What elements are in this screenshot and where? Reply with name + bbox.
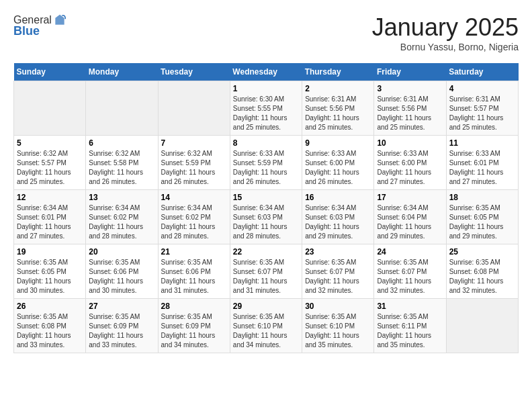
day-info: Sunrise: 6:31 AM Sunset: 5:56 PM Dayligh… <box>377 95 443 132</box>
weekday-header-thursday: Thursday <box>302 63 374 81</box>
calendar-cell <box>14 81 86 136</box>
calendar-cell: 27Sunrise: 6:35 AM Sunset: 6:09 PM Dayli… <box>86 299 158 353</box>
day-info: Sunrise: 6:33 AM Sunset: 5:59 PM Dayligh… <box>233 149 299 187</box>
calendar-cell: 15Sunrise: 6:34 AM Sunset: 6:03 PM Dayli… <box>230 190 302 244</box>
calendar-cell <box>446 299 518 353</box>
day-number: 3 <box>377 84 443 93</box>
day-number: 14 <box>161 193 227 202</box>
calendar-week-3: 12Sunrise: 6:34 AM Sunset: 6:01 PM Dayli… <box>14 190 519 244</box>
calendar-cell <box>158 81 230 136</box>
day-number: 20 <box>89 247 154 257</box>
day-number: 31 <box>377 302 443 311</box>
day-info: Sunrise: 6:35 AM Sunset: 6:11 PM Dayligh… <box>377 312 443 350</box>
day-info: Sunrise: 6:35 AM Sunset: 6:05 PM Dayligh… <box>17 258 83 295</box>
day-number: 18 <box>449 193 515 202</box>
location: Bornu Yassu, Borno, Nigeria <box>372 42 519 52</box>
calendar-cell: 18Sunrise: 6:35 AM Sunset: 6:05 PM Dayli… <box>446 190 518 244</box>
day-info: Sunrise: 6:32 AM Sunset: 5:58 PM Dayligh… <box>89 149 154 187</box>
day-info: Sunrise: 6:35 AM Sunset: 6:07 PM Dayligh… <box>377 258 443 295</box>
calendar-week-2: 5Sunrise: 6:32 AM Sunset: 5:57 PM Daylig… <box>14 136 519 190</box>
weekday-header-tuesday: Tuesday <box>158 63 230 81</box>
calendar-cell: 26Sunrise: 6:35 AM Sunset: 6:08 PM Dayli… <box>14 299 86 353</box>
day-info: Sunrise: 6:31 AM Sunset: 5:56 PM Dayligh… <box>305 95 371 132</box>
day-info: Sunrise: 6:35 AM Sunset: 6:08 PM Dayligh… <box>17 312 83 350</box>
day-number: 25 <box>449 247 515 257</box>
calendar-cell: 1Sunrise: 6:30 AM Sunset: 5:55 PM Daylig… <box>230 81 302 136</box>
calendar-cell: 30Sunrise: 6:35 AM Sunset: 6:10 PM Dayli… <box>302 299 374 353</box>
day-number: 7 <box>161 138 227 148</box>
calendar-header: SundayMondayTuesdayWednesdayThursdayFrid… <box>14 63 519 81</box>
calendar-cell: 29Sunrise: 6:35 AM Sunset: 6:10 PM Dayli… <box>230 299 302 353</box>
calendar-cell: 31Sunrise: 6:35 AM Sunset: 6:11 PM Dayli… <box>374 299 446 353</box>
day-number: 29 <box>233 302 299 311</box>
day-number: 22 <box>233 247 299 257</box>
calendar-cell: 4Sunrise: 6:31 AM Sunset: 5:57 PM Daylig… <box>446 81 518 136</box>
calendar-cell: 10Sunrise: 6:33 AM Sunset: 6:00 PM Dayli… <box>374 136 446 190</box>
calendar-cell: 6Sunrise: 6:32 AM Sunset: 5:58 PM Daylig… <box>86 136 158 190</box>
calendar-cell: 22Sunrise: 6:35 AM Sunset: 6:07 PM Dayli… <box>230 244 302 299</box>
day-info: Sunrise: 6:35 AM Sunset: 6:08 PM Dayligh… <box>449 258 515 295</box>
day-info: Sunrise: 6:30 AM Sunset: 5:55 PM Dayligh… <box>233 95 299 132</box>
day-number: 13 <box>89 193 154 202</box>
calendar-cell: 20Sunrise: 6:35 AM Sunset: 6:06 PM Dayli… <box>86 244 158 299</box>
calendar-week-4: 19Sunrise: 6:35 AM Sunset: 6:05 PM Dayli… <box>14 244 519 299</box>
day-info: Sunrise: 6:34 AM Sunset: 6:02 PM Dayligh… <box>161 203 227 241</box>
calendar-cell: 19Sunrise: 6:35 AM Sunset: 6:05 PM Dayli… <box>14 244 86 299</box>
page-header: General Blue January 2025 Bornu Yassu, B… <box>13 13 519 52</box>
day-number: 6 <box>89 138 154 148</box>
day-number: 10 <box>377 138 443 148</box>
day-number: 30 <box>305 302 371 311</box>
calendar-cell: 5Sunrise: 6:32 AM Sunset: 5:57 PM Daylig… <box>14 136 86 190</box>
logo: General Blue <box>13 13 66 38</box>
day-info: Sunrise: 6:34 AM Sunset: 6:04 PM Dayligh… <box>377 203 443 241</box>
day-number: 26 <box>17 302 83 311</box>
calendar-cell: 13Sunrise: 6:34 AM Sunset: 6:02 PM Dayli… <box>86 190 158 244</box>
calendar-cell: 8Sunrise: 6:33 AM Sunset: 5:59 PM Daylig… <box>230 136 302 190</box>
calendar-cell: 7Sunrise: 6:32 AM Sunset: 5:59 PM Daylig… <box>158 136 230 190</box>
day-number: 17 <box>377 193 443 202</box>
day-info: Sunrise: 6:33 AM Sunset: 6:01 PM Dayligh… <box>449 149 515 187</box>
calendar-cell: 17Sunrise: 6:34 AM Sunset: 6:04 PM Dayli… <box>374 190 446 244</box>
day-number: 27 <box>89 302 154 311</box>
day-number: 1 <box>233 84 299 93</box>
calendar-cell: 14Sunrise: 6:34 AM Sunset: 6:02 PM Dayli… <box>158 190 230 244</box>
weekday-header-friday: Friday <box>374 63 446 81</box>
day-number: 21 <box>161 247 227 257</box>
calendar-cell: 2Sunrise: 6:31 AM Sunset: 5:56 PM Daylig… <box>302 81 374 136</box>
day-info: Sunrise: 6:34 AM Sunset: 6:01 PM Dayligh… <box>17 203 83 241</box>
day-info: Sunrise: 6:34 AM Sunset: 6:02 PM Dayligh… <box>89 203 154 241</box>
weekday-header-wednesday: Wednesday <box>230 63 302 81</box>
calendar-cell: 25Sunrise: 6:35 AM Sunset: 6:08 PM Dayli… <box>446 244 518 299</box>
day-info: Sunrise: 6:32 AM Sunset: 5:59 PM Dayligh… <box>161 149 227 187</box>
day-info: Sunrise: 6:35 AM Sunset: 6:09 PM Dayligh… <box>89 312 154 350</box>
day-info: Sunrise: 6:35 AM Sunset: 6:06 PM Dayligh… <box>89 258 154 295</box>
day-info: Sunrise: 6:33 AM Sunset: 6:00 PM Dayligh… <box>377 149 443 187</box>
day-info: Sunrise: 6:33 AM Sunset: 6:00 PM Dayligh… <box>305 149 371 187</box>
day-number: 8 <box>233 138 299 148</box>
calendar-cell: 3Sunrise: 6:31 AM Sunset: 5:56 PM Daylig… <box>374 81 446 136</box>
calendar-cell: 11Sunrise: 6:33 AM Sunset: 6:01 PM Dayli… <box>446 136 518 190</box>
day-number: 23 <box>305 247 371 257</box>
day-number: 4 <box>449 84 515 93</box>
calendar-cell: 16Sunrise: 6:34 AM Sunset: 6:03 PM Dayli… <box>302 190 374 244</box>
weekday-header-monday: Monday <box>86 63 158 81</box>
day-info: Sunrise: 6:32 AM Sunset: 5:57 PM Dayligh… <box>17 149 83 187</box>
day-number: 28 <box>161 302 227 311</box>
calendar-cell: 9Sunrise: 6:33 AM Sunset: 6:00 PM Daylig… <box>302 136 374 190</box>
day-number: 19 <box>17 247 83 257</box>
calendar-table: SundayMondayTuesdayWednesdayThursdayFrid… <box>13 63 519 353</box>
title-block: January 2025 Bornu Yassu, Borno, Nigeria <box>372 13 519 52</box>
day-number: 5 <box>17 138 83 148</box>
calendar-cell: 23Sunrise: 6:35 AM Sunset: 6:07 PM Dayli… <box>302 244 374 299</box>
day-info: Sunrise: 6:34 AM Sunset: 6:03 PM Dayligh… <box>233 203 299 241</box>
calendar-cell: 12Sunrise: 6:34 AM Sunset: 6:01 PM Dayli… <box>14 190 86 244</box>
day-number: 12 <box>17 193 83 202</box>
calendar-cell: 24Sunrise: 6:35 AM Sunset: 6:07 PM Dayli… <box>374 244 446 299</box>
day-info: Sunrise: 6:35 AM Sunset: 6:06 PM Dayligh… <box>161 258 227 295</box>
day-number: 24 <box>377 247 443 257</box>
day-info: Sunrise: 6:31 AM Sunset: 5:57 PM Dayligh… <box>449 95 515 132</box>
day-number: 15 <box>233 193 299 202</box>
day-number: 11 <box>449 138 515 148</box>
day-info: Sunrise: 6:35 AM Sunset: 6:10 PM Dayligh… <box>305 312 371 350</box>
day-info: Sunrise: 6:35 AM Sunset: 6:07 PM Dayligh… <box>305 258 371 295</box>
